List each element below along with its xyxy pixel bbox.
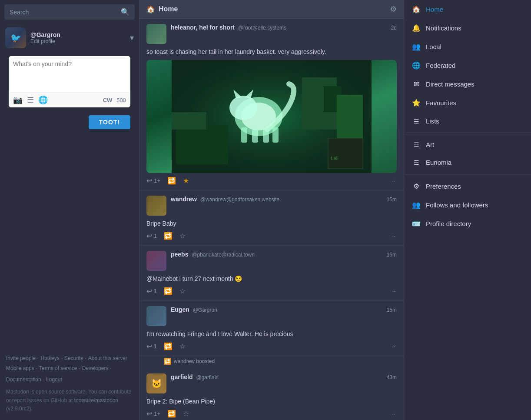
favourite-button[interactable]: ☆ bbox=[179, 342, 186, 350]
invite-people-link[interactable]: Invite people bbox=[6, 354, 36, 363]
home-icon: 🏠 bbox=[146, 5, 155, 13]
directory-icon: 🪪 bbox=[412, 220, 421, 228]
mobile-apps-link[interactable]: Mobile apps bbox=[6, 364, 34, 373]
camera-icon[interactable]: 📷 bbox=[13, 95, 23, 105]
sidebar-item-preferences[interactable]: ⚙ Preferences bbox=[404, 177, 531, 196]
sidebar-item-label: Notifications bbox=[426, 24, 461, 32]
sidebar-item-direct-messages[interactable]: ✉ Direct messages bbox=[404, 75, 531, 93]
globe-icon[interactable]: 🌐 bbox=[38, 95, 48, 105]
svg-rect-10 bbox=[252, 129, 258, 143]
more-button[interactable]: ··· bbox=[392, 410, 397, 417]
documentation-link[interactable]: Documentation bbox=[6, 375, 41, 385]
boost-button[interactable]: 🔁 bbox=[167, 410, 176, 418]
reply-icon: ↩ bbox=[146, 177, 152, 185]
reply-button[interactable]: ↩ 1 bbox=[146, 232, 157, 240]
sidebar-item-label: Home bbox=[426, 6, 443, 13]
post-content: I'm rewatching Fringe and I love Walter.… bbox=[146, 330, 397, 339]
reply-button[interactable]: ↩ 1 bbox=[146, 342, 157, 350]
footer-links-2: Mobile apps · Terms of service · Develop… bbox=[6, 364, 133, 384]
sidebar-item-eunomia[interactable]: ☰ Eunomia bbox=[404, 153, 531, 171]
compose-toolbar: 📷 ☰ 🌐 CW 500 bbox=[9, 92, 130, 107]
svg-rect-11 bbox=[263, 129, 269, 143]
left-footer: Invite people · Hotkeys · Security · Abo… bbox=[0, 347, 139, 420]
sidebar-item-notifications[interactable]: 🔔 Notifications bbox=[404, 19, 531, 37]
footer-links: Invite people · Hotkeys · Security · Abo… bbox=[6, 354, 133, 363]
favourite-button[interactable]: ☆ bbox=[179, 232, 186, 240]
star-icon: ☆ bbox=[179, 342, 186, 350]
logout-link[interactable]: Logout bbox=[46, 375, 62, 385]
sidebar-item-art[interactable]: ☰ Art bbox=[404, 136, 531, 153]
list-icon[interactable]: ☰ bbox=[27, 95, 34, 105]
more-button[interactable]: ··· bbox=[392, 288, 397, 294]
sidebar-item-favourites[interactable]: ⭐ Favourites bbox=[404, 93, 531, 112]
reply-button[interactable]: ↩ 1+ bbox=[146, 410, 160, 418]
boost-button[interactable]: 🔁 bbox=[164, 232, 173, 240]
star-icon: ⭐ bbox=[412, 99, 421, 107]
more-button[interactable]: ··· bbox=[392, 177, 397, 184]
boost-button[interactable]: 🔁 bbox=[167, 177, 176, 185]
reply-button[interactable]: ↩ 1 bbox=[146, 287, 157, 295]
boost-icon: 🔁 bbox=[167, 177, 176, 185]
boost-button[interactable]: 🔁 bbox=[164, 342, 173, 350]
post-author-handle: @root@elle.systems bbox=[238, 25, 286, 31]
github-link[interactable]: tootsuite/mastodon bbox=[74, 397, 118, 403]
avatar bbox=[146, 24, 166, 44]
avatar: 🐱 bbox=[146, 373, 166, 393]
toot-button[interactable]: TOOT! bbox=[89, 115, 130, 129]
reply-count: 1 bbox=[154, 233, 157, 239]
sidebar-item-lists[interactable]: ☰ Lists bbox=[404, 112, 531, 130]
compose-textarea[interactable] bbox=[9, 56, 130, 91]
post-author-handle: @Gargron bbox=[193, 307, 217, 313]
svg-rect-5 bbox=[176, 125, 228, 164]
boost-button[interactable]: 🔁 bbox=[164, 287, 173, 295]
svg-rect-6 bbox=[172, 112, 206, 130]
svg-rect-16 bbox=[328, 138, 363, 169]
content-warning-button[interactable]: CW bbox=[103, 97, 113, 103]
post-header: heleanor, hel for short @root@elle.syste… bbox=[146, 24, 397, 44]
sidebar-item-follows-followers[interactable]: 👥 Follows and followers bbox=[404, 196, 531, 214]
chevron-down-icon[interactable]: ▾ bbox=[130, 33, 134, 43]
more-button[interactable]: ··· bbox=[392, 233, 397, 239]
reply-button[interactable]: ↩ 1+ bbox=[146, 177, 160, 185]
favourite-button[interactable]: ☆ bbox=[179, 287, 186, 295]
star-icon: ☆ bbox=[183, 410, 189, 418]
search-bar[interactable]: 🔍 bbox=[4, 4, 135, 20]
table-row: heleanor, hel for short @root@elle.syste… bbox=[139, 19, 404, 190]
hotkeys-link[interactable]: Hotkeys bbox=[40, 354, 59, 363]
post-meta: wandrew @wandrew@godforsaken.website 15m bbox=[171, 196, 397, 203]
boost-icon: 🔁 bbox=[164, 232, 173, 240]
ellipsis-icon: ··· bbox=[392, 343, 397, 350]
post-header: wandrew @wandrew@godforsaken.website 15m bbox=[146, 196, 397, 216]
settings-icon[interactable]: ⚙ bbox=[390, 4, 397, 14]
table-row: 🐱 garfield @garfiald 43m Bripe 2: Bipe (… bbox=[139, 368, 404, 420]
terms-link[interactable]: Terms of service bbox=[39, 364, 77, 373]
boost-notice-text: wandrew boosted bbox=[174, 358, 215, 364]
reply-icon: ↩ bbox=[146, 410, 152, 418]
sidebar-item-federated[interactable]: 🌐 Federated bbox=[404, 56, 531, 75]
sidebar-item-label: Federated bbox=[426, 62, 455, 69]
favourite-button[interactable]: ★ bbox=[183, 177, 189, 185]
security-link[interactable]: Security bbox=[64, 354, 83, 363]
developers-link[interactable]: Developers bbox=[82, 364, 109, 373]
post-actions: ↩ 1 🔁 ☆ ··· bbox=[146, 232, 397, 240]
sidebar-item-local[interactable]: 👥 Local bbox=[404, 37, 531, 56]
search-input[interactable] bbox=[10, 9, 121, 16]
post-actions: ↩ 1+ 🔁 ☆ ··· bbox=[146, 410, 397, 418]
post-image-inner: t.sli bbox=[146, 60, 397, 173]
right-sidebar: 🏠 Home 🔔 Notifications 👥 Local 🌐 Federat… bbox=[404, 0, 531, 420]
post-content: @Mainebot i turn 27 next month 😒 bbox=[146, 274, 397, 283]
post-author-handle: @wandrew@godforsaken.website bbox=[200, 197, 279, 203]
edit-profile-link[interactable]: Edit profile bbox=[30, 38, 126, 44]
reply-count: 1+ bbox=[154, 410, 160, 417]
post-time: 2d bbox=[391, 25, 397, 31]
more-button[interactable]: ··· bbox=[392, 343, 397, 350]
sidebar-item-home[interactable]: 🏠 Home bbox=[404, 0, 531, 19]
favourite-button[interactable]: ☆ bbox=[183, 410, 189, 418]
post-author-name: garfield bbox=[171, 373, 193, 380]
people-icon: 👥 bbox=[412, 43, 421, 51]
star-icon: ☆ bbox=[179, 232, 186, 240]
post-time: 15m bbox=[387, 252, 397, 258]
sidebar-item-profile-directory[interactable]: 🪪 Profile directory bbox=[404, 214, 531, 233]
about-server-link[interactable]: About this server bbox=[88, 354, 127, 363]
sidebar-item-label: Art bbox=[426, 141, 434, 148]
